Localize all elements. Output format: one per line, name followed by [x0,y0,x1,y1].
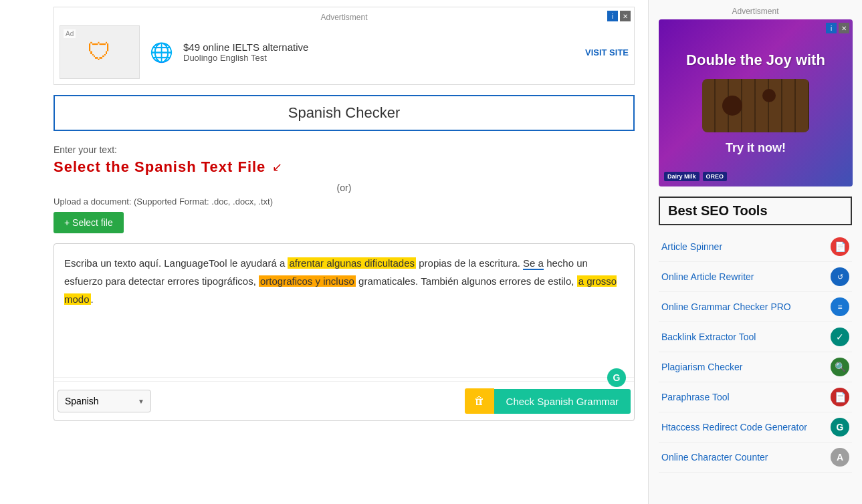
tool-link-article-spinner[interactable]: Article Spinner [661,241,722,252]
tool-item-article-rewriter[interactable]: Online Article Rewriter ↺ [659,262,852,292]
ad-label: Advertisment [60,13,629,22]
sidebar-advertisement: i ✕ Double the Joy with Try it now! Dair… [659,19,853,186]
oreo-logo: OREO [703,172,728,181]
advertisement-main: Advertisment i ✕ Ad 🛡 🌐 $49 online IELTS… [53,7,635,85]
tool-icon-article-rewriter: ↺ [831,267,849,286]
ad-globe-icon: 🌐 [150,41,173,64]
highlight-afrentar: afrentar algunas dificultades [288,257,416,269]
select-file-overlay: Select the Spanish Text File ↙ [53,158,635,176]
right-sidebar: Advertisment i ✕ Double the Joy with Try… [648,0,862,504]
select-file-overlay-text: Select the Spanish Text File [53,158,265,176]
tool-item-backlink-extractor[interactable]: Backlink Extractor Tool ✓ [659,322,852,352]
tool-icon-char-counter: A [831,448,849,467]
text-editor-wrapper: Escriba un texto aquí. LanguageTool le a… [53,243,635,421]
or-divider: (or) [53,182,635,193]
check-grammar-button[interactable]: Check Spanish Grammar [494,389,631,414]
tool-item-grammar-checker[interactable]: Online Grammar Checker PRO ≡ [659,292,852,322]
page-title-box: Spanish Checker [53,95,635,131]
sidebar-ad-label: Advertisment [659,7,852,16]
check-btn-group: 🗑 Check Spanish Grammar [465,388,631,414]
ad-visit-link[interactable]: VISIT SITE [585,47,629,57]
sidebar-ad-title: Double the Joy with [686,51,825,69]
ad-logo-shield: 🛡 [88,38,112,66]
ad-close-btn[interactable]: ✕ [620,11,631,21]
bottom-bar: Spanish English French German Portuguese… [54,381,634,420]
tool-icon-paraphrase-tool: 📄 [831,388,849,406]
tool-item-paraphrase-tool[interactable]: Paraphrase Tool 📄 [659,382,852,412]
text-display-area[interactable]: Escriba un texto aquí. LanguageTool le a… [54,244,634,378]
tool-link-plagiarism-checker[interactable]: Plagiarism Checker [661,362,742,372]
sidebar-ad-info-btn[interactable]: i [826,23,837,33]
ad-controls: i ✕ [607,11,631,21]
ad-text: $49 online IELTS alternative Duolingo En… [183,41,575,63]
tool-link-htaccess[interactable]: Htaccess Redirect Code Generator [661,422,807,432]
tool-link-article-rewriter[interactable]: Online Article Rewriter [661,271,754,282]
enter-text-label: Enter your text: [53,144,635,155]
highlight-ortograficos: ortograficos y incluso [259,275,356,287]
ad-logo-box: Ad 🛡 [60,25,140,79]
dairy-milk-logo: Dairy Milk [664,172,699,181]
tool-link-char-counter[interactable]: Online Character Counter [661,452,768,463]
tool-icon-article-spinner: 📄 [831,237,849,256]
ad-subtitle: Duolingo English Test [183,53,575,63]
tool-icon-backlink-extractor: ✓ [831,328,849,346]
highlight-sea: Se a [523,257,544,270]
ad-title: $49 online IELTS alternative [183,41,575,53]
tool-link-grammar-checker[interactable]: Online Grammar Checker PRO [661,301,791,312]
sidebar-ad-brand: Dairy Milk OREO [664,172,727,181]
tool-link-backlink-extractor[interactable]: Backlink Extractor Tool [661,332,756,342]
seo-tools-header: Best SEO Tools [659,197,852,225]
chocolate-dot1 [722,96,742,116]
ad-info-btn[interactable]: i [607,11,618,21]
sidebar-ad-controls: i ✕ [826,23,849,33]
tool-item-plagiarism-checker[interactable]: Plagiarism Checker 🔍 [659,352,852,382]
grammarly-icon[interactable]: G [607,368,626,387]
language-selector-wrapper: Spanish English French German Portuguese [58,390,151,412]
tool-icon-htaccess: G [831,418,849,436]
tool-icon-plagiarism-checker: 🔍 [831,358,849,376]
sidebar-ad-subtitle: Try it now! [726,141,786,155]
main-content: Advertisment i ✕ Ad 🛡 🌐 $49 online IELTS… [0,0,648,504]
tool-item-article-spinner[interactable]: Article Spinner 📄 [659,232,852,262]
select-file-button[interactable]: + Select file [53,212,124,233]
clear-button[interactable]: 🗑 [465,388,494,414]
chocolate-dot2 [762,89,776,102]
language-select[interactable]: Spanish English French German Portuguese [58,390,151,412]
tool-link-paraphrase-tool[interactable]: Paraphrase Tool [661,392,730,402]
chocolate-visual [702,79,809,132]
seo-tools-list: Article Spinner 📄 Online Article Rewrite… [659,232,852,473]
tool-icon-grammar-checker: ≡ [831,297,849,316]
arrow-icon: ↙ [272,160,282,174]
sidebar-ad-close-btn[interactable]: ✕ [839,23,849,33]
page-title: Spanish Checker [288,104,401,121]
ad-small-label: Ad [64,29,76,38]
seo-tools-title: Best SEO Tools [668,203,768,218]
tool-item-char-counter[interactable]: Online Character Counter A [659,443,852,473]
upload-label: Upload a document: (Supported Format: .d… [53,197,635,207]
tool-item-htaccess[interactable]: Htaccess Redirect Code Generator G [659,412,852,443]
ad-inner: Ad 🛡 🌐 $49 online IELTS alternative Duol… [60,25,629,79]
